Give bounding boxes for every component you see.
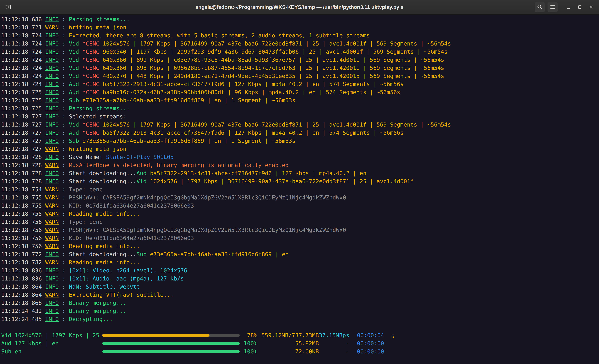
log-separator: : [59, 57, 69, 63]
log-output: 11:12:18.686 INFO : Parsing streams...11… [1, 15, 599, 323]
log-line: 11:12:18.724 INFO : Vid *CENC 480x270 | … [1, 72, 599, 80]
log-separator: : [59, 194, 69, 201]
log-timestamp: 11:12:18.864 [1, 283, 45, 290]
log-message-segment: Sub [69, 138, 82, 144]
log-separator: : [59, 113, 69, 120]
log-timestamp: 11:12:18.724 [1, 81, 45, 87]
log-separator: : [59, 81, 69, 87]
progress-label: Sub en [1, 347, 102, 356]
log-timestamp: 11:12:18.725 [1, 105, 45, 111]
log-line: 11:12:18.724 INFO : Vid *CENC 640x360 | … [1, 64, 599, 72]
log-message-segment: Sub [69, 97, 82, 103]
log-separator: : [59, 154, 69, 160]
terminal-screen[interactable]: 11:12:18.686 INFO : Parsing streams...11… [0, 15, 599, 364]
log-message-segment: Aud [136, 170, 150, 176]
log-level: WARN [45, 259, 59, 265]
progress-row: Aud 127 Kbps | en100%55.82MB-00:00:00 [1, 339, 599, 347]
log-line: 11:12:18.728 INFO : Start downloading...… [1, 169, 599, 177]
log-level: WARN [45, 162, 59, 168]
log-message-segment: Reading media info... [69, 259, 140, 265]
download-progress-section: Vid 1024x576 | 1797 Kbps | 2578%559.12MB… [1, 331, 599, 356]
progress-percent: 100% [240, 339, 257, 347]
log-timestamp: 11:12:18.686 [1, 16, 45, 22]
log-level: INFO [45, 49, 59, 55]
log-separator: : [59, 89, 69, 95]
progress-row: Sub en100%72.00KB-00:00:00 [1, 347, 599, 356]
log-message-segment: ba5f7322-2913-4c31-abce-cf736477f9d6 | 1… [103, 129, 404, 136]
log-message-segment: 960x540 | 1197 Kbps | 2a99f293-9df9-4a36… [103, 49, 448, 55]
progress-bar-track [102, 334, 240, 337]
log-line: 11:12:18.754 WARN : Type: cenc [1, 186, 599, 194]
log-message-segment: Binary merging... [69, 308, 126, 314]
log-message-segment: e73e365a-a7bb-46ab-aa33-ffd916d6f869 | e… [82, 97, 295, 103]
log-line: 11:12:18.755 WARN : Reading media info..… [1, 210, 599, 218]
log-level: INFO [45, 81, 59, 87]
log-line: 11:12:24.432 INFO : Binary merging... [1, 307, 599, 315]
progress-bar [102, 334, 240, 337]
log-line: 11:12:18.727 INFO : Selected streams: [1, 112, 599, 121]
log-message-segment: NaN: Subtitle, webvtt [69, 283, 140, 290]
log-message-segment: KID: 0e7d81fda6364e27a6041c2378066e03 [69, 203, 194, 209]
log-message-segment: Aud [69, 89, 82, 95]
log-timestamp: 11:12:18.755 [1, 194, 45, 201]
log-level: WARN [45, 227, 59, 233]
log-timestamp: 11:12:18.755 [1, 211, 45, 217]
log-separator: : [59, 219, 69, 225]
log-level: INFO [45, 251, 59, 257]
log-level: INFO [45, 283, 59, 290]
window-title: angela@fedora:~/Programming/WKS-KEYS/tem… [195, 4, 404, 10]
minimize-button[interactable] [564, 3, 573, 12]
progress-speed: - [319, 339, 349, 347]
log-timestamp: 11:12:18.756 [1, 243, 45, 249]
log-message-segment: Vid [69, 40, 82, 47]
log-line: 11:12:18.727 INFO : Sub e73e365a-a7bb-46… [1, 137, 599, 145]
log-message-segment: KID: 0e7d81fda6364e27a6041c2378066e03 [69, 235, 194, 241]
log-level: INFO [45, 40, 59, 47]
log-timestamp: 11:12:18.868 [1, 300, 45, 306]
log-message-segment: Type: cenc [69, 219, 103, 225]
progress-bar-fill [102, 334, 210, 337]
progress-eta: 00:00:04 [349, 331, 384, 339]
log-level: INFO [45, 178, 59, 185]
log-level: WARN [45, 194, 59, 201]
log-message-segment: Reading media info... [69, 211, 140, 217]
log-line: 11:12:18.724 INFO : Vid *CENC 640x360 | … [1, 56, 599, 64]
maximize-button[interactable] [575, 3, 584, 12]
log-timestamp: 11:12:18.727 [1, 129, 45, 136]
close-button[interactable] [587, 3, 596, 12]
log-line: 11:12:18.756 WARN : KID: 0e7d81fda6364e2… [1, 234, 599, 242]
log-message-segment: Vid [136, 178, 150, 185]
log-separator: : [59, 146, 69, 152]
log-timestamp: 11:12:18.724 [1, 73, 45, 79]
log-separator: : [59, 138, 69, 144]
log-level: WARN [45, 219, 59, 225]
menu-button[interactable] [547, 2, 558, 12]
log-line: 11:12:18.725 INFO : Aud *CENC ba9bb16c-0… [1, 88, 599, 96]
log-message-segment: *CENC [82, 89, 103, 95]
log-level: INFO [45, 97, 59, 103]
log-separator: : [59, 251, 69, 257]
log-level: WARN [45, 243, 59, 249]
progress-bar-track [102, 350, 240, 353]
log-timestamp: 11:12:18.724 [1, 40, 45, 47]
log-message-segment: Writing meta json [69, 24, 126, 31]
new-tab-button[interactable] [3, 2, 13, 12]
search-button[interactable] [535, 2, 545, 12]
log-line: 11:12:18.756 WARN : Reading media info..… [1, 242, 599, 250]
log-level: WARN [45, 24, 59, 31]
log-message-segment: 480x270 | 448 Kbps | 249d4180-ec71-47d4-… [103, 73, 444, 79]
log-line: 11:12:18.728 WARN : MuxAfterDone is dete… [1, 161, 599, 169]
log-line: 11:12:18.724 INFO : Extracted, there are… [1, 32, 599, 40]
search-icon [537, 4, 543, 10]
log-level: WARN [45, 146, 59, 152]
log-line: 11:12:18.724 INFO : Vid *CENC 1024x576 |… [1, 40, 599, 48]
log-level: INFO [45, 65, 59, 71]
log-separator: : [59, 211, 69, 217]
log-separator: : [59, 73, 69, 79]
log-message-segment: ba9bb16c-072a-46b2-a38b-90bb406b80df | 9… [103, 89, 400, 95]
log-level: INFO [45, 32, 59, 39]
log-line: 11:12:18.728 INFO : Save Name: State-Of-… [1, 153, 599, 161]
progress-size: 55.82MB [257, 339, 319, 347]
log-message-segment: Decrypting... [69, 316, 113, 322]
log-message-segment: 640x360 | 698 Kbps | 698628bb-cb87-4854-… [103, 65, 444, 71]
